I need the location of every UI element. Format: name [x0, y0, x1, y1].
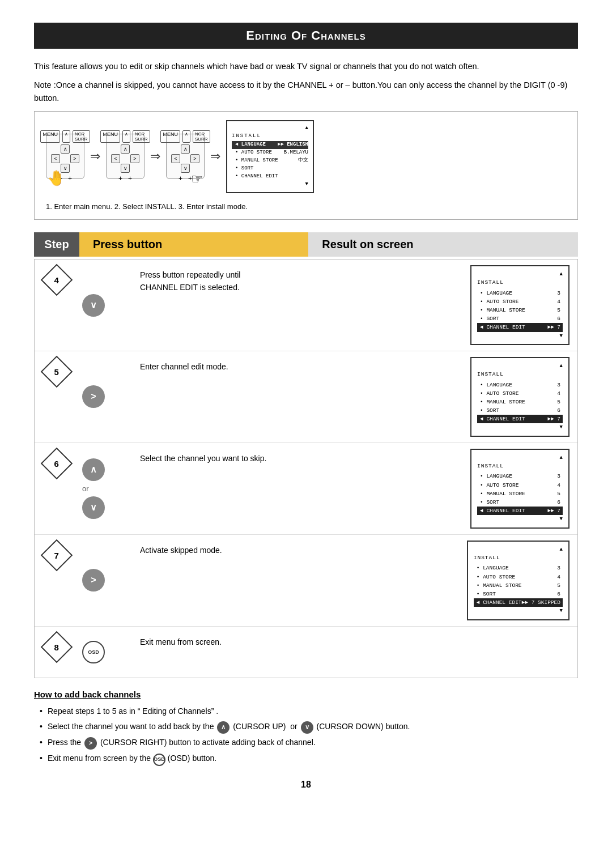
tv-result-6: ▲ INSTALL • LANGUAGE3 • AUTO STORE4 • MA… [470, 449, 570, 529]
list-item: Exit menu from screen by the OSD (OSD) b… [40, 752, 578, 766]
add-back-section: How to add back channels Repeat steps 1 … [34, 690, 578, 766]
step-8-result [329, 627, 577, 678]
r4-manualstore: • MANUAL STORE5 [477, 306, 563, 314]
setup-screen-title: INSTALL [232, 133, 308, 141]
step-7-desc: Activate skipped mode. [130, 535, 329, 626]
steps-table: 4 ∨ Press button repeatedly untilCHANNEL… [34, 259, 578, 678]
tv-result-5: ▲ INSTALL • LANGUAGE3 • AUTO STORE4 • MA… [470, 357, 570, 437]
btn-osd-8[interactable]: OSD [82, 641, 105, 663]
setup-diagram-box: MENU∧NCRSURR ∧ < > ∨ + + [34, 111, 578, 220]
table-row: 4 ∨ Press button repeatedly untilCHANNEL… [35, 259, 577, 351]
table-row: 5 > Enter channel edit mode. ▲ INSTALL •… [35, 351, 577, 443]
step-diamond-7: 7 [41, 539, 73, 571]
step-header: Step [34, 232, 79, 257]
step-8-desc: Exit menu from screen. [130, 627, 329, 678]
step-7-result: ▲ INSTALL • LANGUAGE3 • AUTO STORE4 • MA… [329, 535, 577, 626]
step-4-result: ▲ INSTALL • LANGUAGE3 • AUTO STORE4 • MA… [329, 259, 577, 351]
step-5-desc: Enter channel edit mode. [130, 351, 329, 442]
table-row: 6 ∧ or ∨ Select the channel you want to … [35, 443, 577, 535]
table-row: 8 OSD Exit menu from screen. [35, 627, 577, 678]
press-header: Press button [79, 232, 308, 257]
arrow-3: ⇒ [210, 149, 220, 164]
btn-down-4[interactable]: ∨ [82, 294, 105, 317]
setup-diagram-inner: MENU∧NCRSURR ∧ < > ∨ + + [46, 120, 566, 194]
step-diamond-8: 8 [41, 631, 73, 663]
remote-box-2: MENU∧NCRSURR ∧ < > ∨ + + [106, 134, 144, 179]
list-item: Press the > (CURSOR RIGHT) button to act… [40, 736, 578, 750]
cursor-up-icon: ∧ [217, 721, 230, 734]
list-item: Repeat steps 1 to 5 as in “ Editing of C… [40, 705, 578, 718]
r4-arrow-up: ▲ [477, 270, 563, 278]
step-6-num: 6 [35, 443, 79, 534]
setup-arrow-up: ▲ [232, 125, 308, 133]
setup-item-autostore: • AUTO STOREB.MELAYU [232, 149, 308, 157]
step-6-result: ▲ INSTALL • LANGUAGE3 • AUTO STORE4 • MA… [329, 443, 577, 534]
btn-up-6[interactable]: ∧ [82, 458, 105, 481]
intro-para2: Note :Once a channel is skipped, you can… [34, 79, 578, 105]
step-5-num: 5 [35, 351, 79, 442]
step-diamond-5: 5 [41, 356, 73, 388]
setup-arrow-down: ▼ [232, 181, 308, 189]
btn-down-6[interactable]: ∨ [82, 496, 105, 519]
intro-para1: This feature allows you to edit or skip … [34, 60, 578, 73]
step-diamond-4: 4 [41, 264, 73, 296]
list-item: Select the channel you want to add back … [40, 720, 578, 734]
step-7-num: 7 [35, 535, 79, 626]
arrow-1: ⇒ [90, 149, 100, 164]
or-text-6: or [82, 484, 89, 493]
step-7-btn-cell: > [79, 535, 130, 626]
step-4-desc: Press button repeatedly untilCHANNEL EDI… [130, 259, 329, 351]
tv-result-4: ▲ INSTALL • LANGUAGE3 • AUTO STORE4 • MA… [470, 265, 570, 345]
osd-inline-icon: OSD [153, 754, 165, 766]
table-row: 7 > Activate skipped mode. ▲ INSTALL • L… [35, 535, 577, 627]
step-8-num: 8 [35, 627, 79, 678]
cursor-right-icon: > [84, 737, 97, 750]
add-back-title: How to add back channels [34, 690, 578, 699]
setup-item-manualstore: • MANUAL STORE中文 [232, 157, 308, 165]
tv-result-7: ▲ INSTALL • LANGUAGE3 • AUTO STORE4 • MA… [467, 541, 570, 620]
r4-sort: • SORT6 [477, 314, 563, 323]
page-number: 18 [34, 780, 578, 790]
btn-right-5[interactable]: > [82, 385, 105, 408]
arrow-2: ⇒ [150, 149, 160, 164]
step-4-num: 4 [35, 259, 79, 351]
r4-language: • LANGUAGE3 [477, 289, 563, 297]
setup-tv-screen: ▲ INSTALL ◄ LANGUAGE►► ENGLISH • AUTO ST… [226, 120, 314, 194]
step-6-desc: Select the channel you want to skip. [130, 443, 329, 534]
add-back-list: Repeat steps 1 to 5 as in “ Editing of C… [34, 705, 578, 766]
spr-header: Step Press button Result on screen [34, 232, 578, 257]
page-title: Editing Of Channels [34, 23, 578, 49]
result-header: Result on screen [308, 232, 578, 257]
cursor-down-icon: ∨ [301, 721, 313, 734]
r4-arrow-down: ▼ [477, 332, 563, 340]
r4-channeledit: ◄ CHANNEL EDIT►► 7 [477, 323, 563, 331]
step-8-btn-cell: OSD [79, 627, 130, 678]
step-4-btn-cell: ∨ [79, 259, 130, 351]
setup-item-sort: • SORT [232, 165, 308, 173]
btn-right-7[interactable]: > [82, 569, 105, 592]
remote-step1: MENU∧NCRSURR ∧ < > ∨ + + [46, 134, 84, 179]
r4-autostore: • AUTO STORE4 [477, 297, 563, 306]
step-6-btn-cell: ∧ or ∨ [79, 443, 130, 534]
setup-steps-text: 1. Enter main menu. 2. Select INSTALL. 3… [46, 202, 566, 211]
r4-title: INSTALL [477, 278, 563, 287]
setup-item-channeledit: • CHANNEL EDIT [232, 173, 308, 181]
step-5-result: ▲ INSTALL • LANGUAGE3 • AUTO STORE4 • MA… [329, 351, 577, 442]
step-diamond-6: 6 [41, 448, 73, 480]
step-5-btn-cell: > [79, 351, 130, 442]
setup-item-language: ◄ LANGUAGE►► ENGLISH [232, 141, 308, 149]
